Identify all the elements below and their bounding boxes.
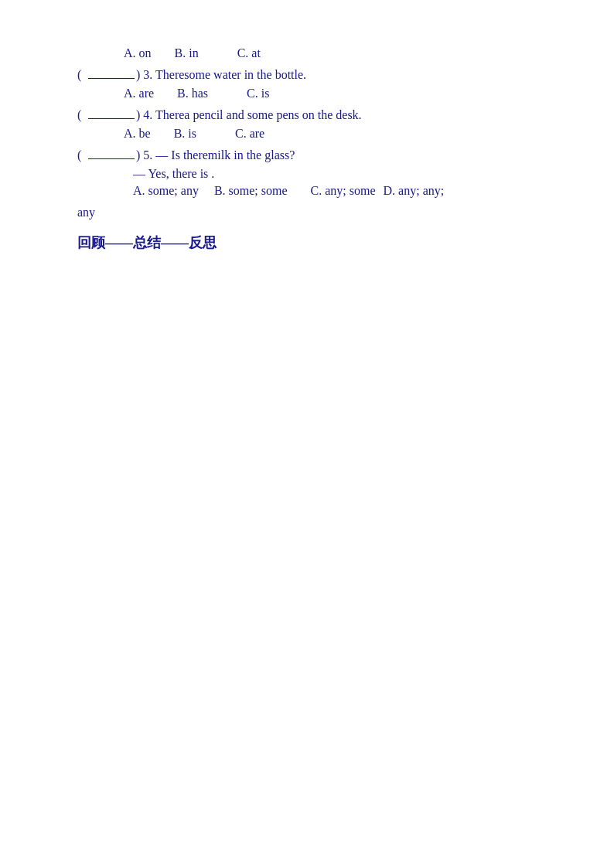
question-3-options: A. are B. has C. is	[124, 87, 568, 100]
q3-number-text: ) 3. There	[136, 68, 184, 82]
q4-number-text: ) 4. There	[136, 108, 184, 122]
q3-blank	[88, 78, 135, 79]
question-5-options: A. some; any B. some; some C. any; some …	[133, 184, 568, 198]
question-3-line: ( ) 3. There some water in the bottle.	[77, 68, 568, 82]
question-5-line: ( ) 5. — Is there milk in the glass?	[77, 148, 568, 162]
q5-opt-b: B. some; some	[214, 184, 288, 198]
q5-question-text: milk in the glass?	[208, 148, 295, 162]
q3-question-text: some water in the bottle.	[184, 68, 306, 82]
q5-opt-d: D. any; any	[384, 184, 441, 198]
section-title: 回顾——总结——反思	[77, 233, 568, 252]
prev-question-options: A. on B. in C. at	[124, 46, 568, 60]
q3-opt-b: B. has	[177, 87, 208, 100]
q5-sub-text: — Yes, there is .	[133, 167, 214, 180]
q3-opt-a: A. are	[124, 87, 154, 100]
q4-blank	[88, 118, 135, 119]
question-4-line: ( ) 4. There a pencil and some pens on t…	[77, 108, 568, 122]
q4-question-text: a pencil and some pens on the desk.	[184, 108, 361, 122]
q3-paren-open: (	[77, 68, 87, 82]
content-area: A. on B. in C. at ( ) 3. There some wate…	[77, 46, 568, 252]
q5-opt-c: C. any; some	[311, 184, 376, 198]
option-c-prev: C. at	[237, 46, 261, 60]
q4-opt-c: C. are	[235, 127, 264, 141]
question-5-any-continuation: any	[77, 206, 568, 220]
q5-number-text: ) 5. — Is there	[136, 148, 208, 162]
question-5-subtext-line: — Yes, there is .	[133, 167, 568, 181]
q5-blank	[88, 158, 135, 159]
q3-opt-c: C. is	[247, 87, 269, 100]
q5-opt-d-cont: ;	[441, 184, 444, 198]
q4-opt-b: B. is	[174, 127, 196, 141]
q5-any-text: any	[77, 206, 95, 219]
option-a-prev: A. on	[124, 46, 152, 60]
q4-opt-a: A. be	[124, 127, 151, 141]
q5-opt-a: A. some; any	[133, 184, 199, 198]
question-4-options: A. be B. is C. are	[124, 127, 568, 141]
q4-paren-open: (	[77, 108, 87, 122]
option-b-prev: B. in	[175, 46, 199, 60]
q5-paren-open: (	[77, 148, 87, 162]
